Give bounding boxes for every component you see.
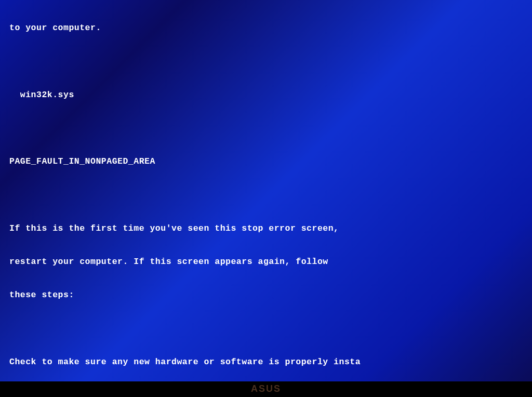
bsod-text-line: these steps: [9, 289, 523, 300]
bsod-error-name: PAGE_FAULT_IN_NONPAGED_AREA [9, 156, 523, 167]
bsod-text-line: restart your computer. If this screen ap… [9, 256, 523, 267]
bsod-text-line [9, 189, 523, 200]
bsod-text-line: Check to make sure any new hardware or s… [9, 356, 523, 367]
bsod-text-line: to your computer. [9, 22, 523, 33]
bsod-text-line [9, 123, 523, 134]
bsod-text-line [9, 56, 523, 67]
bsod-text-line [9, 323, 523, 334]
bsod-screen: to your computer. win32k.sys PAGE_FAULT_… [9, 0, 523, 397]
monitor-brand-logo: ASUS [251, 383, 281, 395]
bsod-fault-module: win32k.sys [9, 89, 523, 100]
monitor-bezel: ASUS [0, 381, 532, 397]
bsod-text-line: If this is the first time you've seen th… [9, 223, 523, 234]
